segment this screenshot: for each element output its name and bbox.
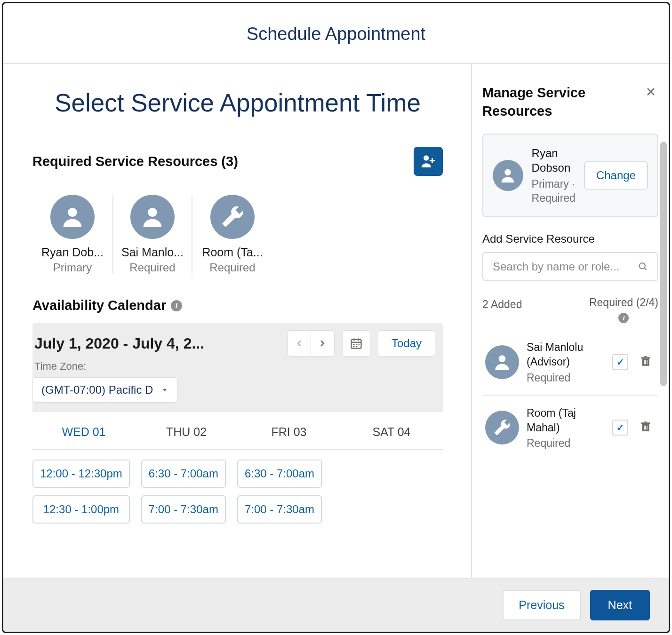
svg-point-17 bbox=[505, 169, 511, 175]
person-icon bbox=[492, 352, 512, 373]
svg-rect-22 bbox=[641, 357, 650, 358]
change-primary-button[interactable]: Change bbox=[584, 161, 648, 190]
resource-role: Required bbox=[117, 261, 188, 274]
search-icon bbox=[638, 261, 648, 273]
required-resources-label: Required Service Resources (3) bbox=[32, 154, 238, 169]
scrollbar[interactable] bbox=[660, 142, 667, 386]
chevron-left-icon bbox=[294, 338, 304, 349]
svg-rect-25 bbox=[645, 360, 646, 365]
calendar-icon bbox=[350, 337, 363, 350]
next-button[interactable]: Next bbox=[590, 590, 650, 620]
avatar bbox=[493, 160, 523, 191]
person-plus-icon bbox=[420, 153, 436, 169]
close-icon bbox=[645, 86, 656, 97]
trash-icon bbox=[640, 355, 652, 367]
svg-rect-29 bbox=[644, 421, 648, 422]
today-button[interactable]: Today bbox=[378, 330, 435, 357]
avatar bbox=[130, 195, 175, 239]
required-checkbox[interactable]: ✓ bbox=[612, 420, 628, 436]
next-week-button[interactable] bbox=[311, 330, 335, 357]
required-count: Required (2/4) bbox=[589, 296, 658, 309]
info-icon[interactable]: i bbox=[618, 313, 629, 323]
search-container[interactable] bbox=[482, 252, 658, 281]
resource-name: Sai Manlo... bbox=[117, 246, 188, 259]
timezone-value: (GMT-07:00) Pacific D bbox=[41, 383, 153, 397]
modal-title: Schedule Appointment bbox=[3, 24, 669, 44]
person-icon bbox=[139, 203, 166, 230]
datepicker-button[interactable] bbox=[342, 330, 370, 357]
svg-rect-23 bbox=[644, 356, 648, 357]
added-count: 2 Added bbox=[482, 296, 522, 311]
svg-rect-32 bbox=[647, 426, 648, 430]
svg-rect-2 bbox=[430, 160, 435, 161]
wrench-icon bbox=[492, 417, 512, 438]
caret-down-icon bbox=[160, 386, 169, 394]
previous-button[interactable]: Previous bbox=[503, 590, 580, 620]
svg-rect-10 bbox=[356, 344, 358, 345]
wrench-icon bbox=[219, 203, 246, 230]
resource-role: Required bbox=[527, 372, 605, 384]
svg-rect-9 bbox=[353, 344, 355, 345]
svg-point-4 bbox=[148, 208, 157, 217]
delete-resource-button[interactable] bbox=[636, 355, 656, 369]
primary-resource-card: Ryan Dobson Primary · Required Change bbox=[482, 134, 658, 217]
svg-rect-30 bbox=[644, 426, 645, 430]
time-slot[interactable]: 6:30 - 7:00am bbox=[237, 460, 322, 488]
svg-line-19 bbox=[644, 268, 646, 270]
svg-point-3 bbox=[68, 208, 77, 217]
added-resource-item: Room (Taj Mahal) Required ✓ bbox=[482, 396, 658, 460]
svg-point-0 bbox=[424, 156, 429, 161]
svg-rect-24 bbox=[644, 360, 645, 365]
svg-rect-12 bbox=[353, 346, 355, 347]
resource-name: Sai Manlolu (Advisor) bbox=[527, 340, 605, 369]
panel-title: Manage Service Resources bbox=[482, 84, 643, 120]
resource-name: Room (Ta... bbox=[196, 246, 269, 259]
trash-icon bbox=[640, 421, 652, 433]
time-slot[interactable]: 6:30 - 7:00am bbox=[141, 460, 226, 488]
svg-marker-14 bbox=[163, 389, 167, 391]
chevron-right-icon bbox=[317, 338, 328, 349]
day-tab[interactable]: SAT 04 bbox=[340, 419, 443, 445]
resource-card: Ryan Dob... Primary bbox=[32, 195, 112, 274]
resource-name: Room (Taj Mahal) bbox=[527, 406, 605, 435]
svg-rect-26 bbox=[647, 360, 648, 365]
person-icon bbox=[59, 203, 86, 230]
info-icon[interactable]: i bbox=[171, 300, 182, 311]
search-input[interactable] bbox=[493, 260, 633, 273]
add-resource-button[interactable] bbox=[414, 147, 443, 176]
time-slot[interactable]: 12:00 - 12:30pm bbox=[32, 460, 130, 488]
resource-role: Required bbox=[527, 437, 605, 450]
time-slot[interactable]: 7:00 - 7:30am bbox=[237, 495, 322, 524]
svg-rect-11 bbox=[359, 344, 360, 345]
required-checkbox[interactable]: ✓ bbox=[612, 354, 628, 370]
resource-role: Required bbox=[196, 261, 269, 274]
resource-card: Sai Manlo... Required bbox=[112, 195, 192, 274]
delete-resource-button[interactable] bbox=[636, 421, 656, 435]
timezone-label: Time Zone: bbox=[32, 360, 435, 373]
calendar-label: Availability Calendar bbox=[32, 298, 166, 313]
timezone-select[interactable]: (GMT-07:00) Pacific D bbox=[32, 377, 178, 403]
person-icon bbox=[498, 166, 517, 185]
day-tab[interactable]: FRI 03 bbox=[238, 419, 340, 445]
day-tab[interactable]: WED 01 bbox=[32, 419, 135, 445]
resource-role: Primary bbox=[36, 261, 109, 274]
resource-name: Ryan Dob... bbox=[36, 246, 109, 259]
added-resource-item: Sai Manlolu (Advisor) Required ✓ bbox=[482, 330, 658, 395]
svg-point-18 bbox=[640, 263, 645, 269]
day-tab[interactable]: THU 02 bbox=[135, 419, 238, 445]
avatar bbox=[485, 345, 519, 379]
prev-week-button[interactable] bbox=[288, 330, 311, 357]
avatar bbox=[485, 411, 519, 444]
svg-point-20 bbox=[499, 355, 506, 362]
date-range: July 1, 2020 - July 4, 2... bbox=[32, 335, 280, 352]
page-title: Select Service Appointment Time bbox=[32, 87, 443, 119]
panel-close-button[interactable] bbox=[643, 84, 658, 102]
svg-rect-28 bbox=[641, 422, 650, 424]
svg-rect-13 bbox=[356, 346, 358, 347]
resource-card: Room (Ta... Required bbox=[192, 195, 272, 274]
time-slot[interactable]: 12:30 - 1:00pm bbox=[32, 495, 130, 524]
svg-rect-31 bbox=[645, 426, 646, 430]
add-resource-label: Add Service Resource bbox=[482, 232, 658, 246]
primary-resource-name: Ryan Dobson bbox=[532, 146, 576, 175]
time-slot[interactable]: 7:00 - 7:30am bbox=[141, 495, 226, 524]
